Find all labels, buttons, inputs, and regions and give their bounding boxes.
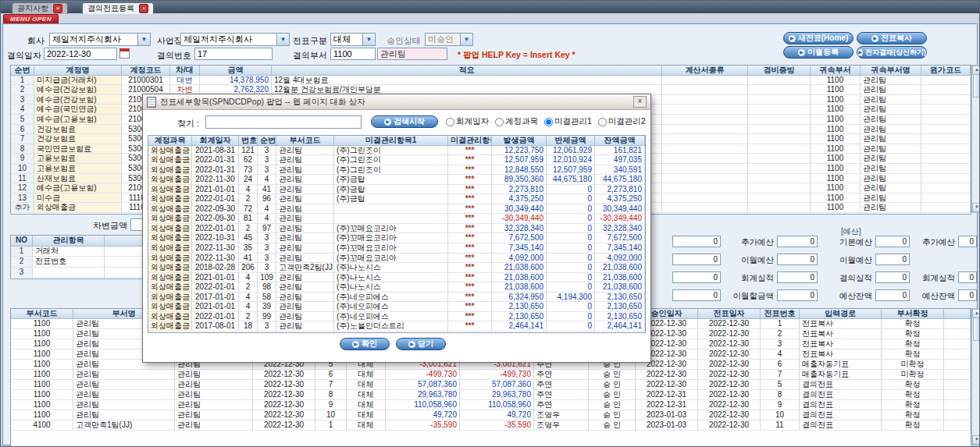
close-icon[interactable]: × [53,4,62,13]
table-row[interactable]: 외상매출금2022-01-31623관리팀(주)그린조이***12,507,95… [148,155,645,165]
chevron-down-icon[interactable]: ▼ [276,34,289,45]
table-row[interactable]: 1100관리팀관리팀2022-12-3010대체49,72049,720조영우승… [11,410,971,420]
table-row[interactable]: 1100관리팀관리팀2022-12-308대체29,963,78029,963,… [11,390,971,400]
cell: 2022-11-30 [192,243,239,254]
table-row[interactable]: 외상매출금2022-11-30413관리팀(주)꼬매요코리아***4,092,0… [148,254,645,264]
radio-input[interactable] [495,118,504,126]
cell: (주)나노시스 [334,263,448,273]
table-row[interactable]: 4100고객만족1팀(JJ)관리팀2022-12-301대체-35,590-35… [11,420,971,431]
table-row[interactable]: 1미지급금(거래처)21000301대변14,378,95012월 4대보험료1… [11,76,971,86]
cell: 1100 [811,203,861,213]
column-header: NO [11,236,33,247]
popup-close-icon[interactable]: × [633,96,647,108]
table-row[interactable]: 외상매출금2018-02-282063고객만족2팀(JJ(주)나노시스***21… [148,263,645,273]
table-row[interactable]: 외상매출금2022-09-30814관리팀***-30,349,4400-30,… [148,214,645,224]
search-button[interactable]: ▶ 검색시작 [371,115,438,128]
table-row[interactable]: 외상매출금2021-01-014109관리팀(주)나노시스***21,038,6… [148,273,645,283]
date-input[interactable]: 2022-12-30 [44,48,117,60]
main-grid-scrollbar[interactable]: ▲ ▼ [971,65,980,213]
column-header: 귀속부서명 [861,66,921,76]
calendar-icon[interactable] [119,48,130,59]
table-row[interactable]: 외상매출금2022-11-30244관리팀(주)금탑***89,350,3604… [148,175,645,185]
table-row[interactable]: 외상매출금2017-08-01183관리팀(주)노블인더스트리***2,464,… [148,321,645,332]
company-select[interactable]: 제일저지주식회사 ▼ [49,33,151,46]
cell [662,134,748,144]
scrollbar-thumb[interactable] [973,74,980,98]
cell: 10 [11,164,34,174]
radio-option-accounting-date[interactable]: 회계일자 [446,116,489,127]
table-row[interactable]: 외상매출금2022-01-01298관리팀(주)나노시스***21,038,60… [148,282,645,293]
table-row[interactable]: 외상매출금2022-01-31733관리팀(주)그린조이***12,848,55… [148,165,645,176]
cell [921,105,971,115]
radio-input[interactable] [446,118,454,126]
cell: 외상매출금 [148,165,192,176]
ok-button[interactable]: ▶ 확인 [340,338,390,350]
table-row[interactable]: 외상매출금2021-08-311213관리팀(주)그린조이***12,223,7… [148,146,645,156]
cell: 2022-11-30 [192,254,239,264]
table-row[interactable]: 외상매출금2022-01-01297관리팀(주)꼬매요코리아***32,328,… [148,224,645,234]
chevron-down-icon[interactable]: ▼ [137,34,150,45]
chevron-down-icon[interactable]: ▼ [362,34,375,45]
close-button[interactable]: ▶ 닫기 [396,338,446,350]
table-row[interactable]: 1100관리팀관리팀2022-12-306대체-499,730-499,730주… [11,370,971,380]
radio-input[interactable] [544,118,553,126]
column-header: 귀속부서 [811,66,861,76]
cell: 2 [239,282,258,293]
slip-type-select[interactable]: 대체 ▼ [330,33,376,46]
cell: 21,038,600 [595,273,645,283]
tab-notice[interactable]: 공지사항 × [12,2,68,14]
cell [921,76,971,86]
cell [662,85,748,95]
approval-status-select[interactable]: 미승인 ▼ [425,33,473,46]
cell [944,380,971,390]
scroll-down-icon[interactable]: ▼ [972,435,980,445]
open-item-grid[interactable]: 계정과목회계일자번호순번부서코드미결관리항목1미결관리항목2발생금액반제금액잔액… [148,135,646,333]
carryover-button[interactable]: ▶ 이월등록 [783,46,853,59]
table-row[interactable]: 1100관리팀관리팀2022-12-307대체57,087,36057,087,… [11,380,971,390]
tab-label: 공지사항 [17,3,48,14]
radio-option-open-item-1[interactable]: 미결관리1 [544,116,592,127]
cell: 0 [547,254,595,264]
scrollbar-thumb[interactable] [973,318,980,341]
cell: 결의전표 [800,380,882,390]
column-header: 원가코드 [921,66,971,76]
table-row[interactable]: 외상매출금2021-01-01439관리팀(주)네오피에스***2,130,65… [148,302,645,312]
scroll-down-icon[interactable]: ▼ [972,203,980,212]
cell: -499,730 [386,370,460,380]
column-header: 번호 [239,136,258,146]
tab-slip-registration[interactable]: 결의전표등록 × [82,2,154,14]
radio-option-open-item-2[interactable]: 미결관리2 [598,116,646,127]
cell: 2 [11,257,33,268]
table-row[interactable]: 1100관리팀관리팀2022-12-309대체110,058,960110,05… [11,400,971,410]
close-icon[interactable]: × [139,4,148,13]
cell [944,319,971,329]
e-approval-button[interactable]: ▶ 전자결재(상신하기) [857,46,927,59]
bottom-grid-scrollbar[interactable]: ▲ ▼ [971,308,980,445]
table-row[interactable]: 외상매출금2022-10-31453관리팀(주)꼬매요코리아***7,672,5… [148,233,645,243]
find-input[interactable] [205,115,362,129]
table-row[interactable]: 외상매출금2022-01-01299관리팀(주)네오피에스***2,130,65… [148,312,645,322]
copy-slip-button[interactable]: ▶ 전표복사 [857,32,927,44]
dept-code-input[interactable]: 1100 [330,48,376,60]
radio-input[interactable] [598,118,607,126]
cell: 2022-12-30 [698,349,761,360]
table-row[interactable]: 외상매출금2022-01-01296관리팀(주)금탑***4,375,25004… [148,194,645,204]
table-row[interactable]: 외상매출금2021-01-01441관리팀(주)금탑***2,273,81002… [148,185,645,195]
cell: 4100 [11,420,73,431]
budget-value: 0 [875,289,910,301]
number-input[interactable]: 17 [194,48,273,60]
table-row[interactable]: 외상매출금2017-01-01458관리팀(주)네오피에스***6,324,95… [148,293,645,303]
cell [748,154,811,164]
site-select[interactable]: 제일저지주식회사 ▼ [180,33,290,46]
cell: (주)꼬매요코리아 [334,254,448,264]
table-row[interactable]: 외상매출금2022-11-30353관리팀(주)꼬매요코리아***7,345,1… [148,243,645,254]
cell: 35 [239,243,258,254]
popup-title-bar[interactable]: 전표세부항목(SPNDCDPop) 팝업 -- 웹 페이지 대화 상자 × [143,94,650,110]
popup-help-text: * 팝업 HELP Key = Insert Key * [458,50,576,61]
table-row[interactable]: 외상매출금2022-09-30724관리팀***30,349,440030,34… [148,204,645,215]
budget-value: 0 [672,271,721,283]
cell: 2 [11,85,34,95]
new-slip-button[interactable]: ▶ 새전표(Home) [783,32,853,44]
cell: (주)네오피에스 [334,302,448,312]
radio-option-account[interactable]: 계정과목 [495,116,538,127]
